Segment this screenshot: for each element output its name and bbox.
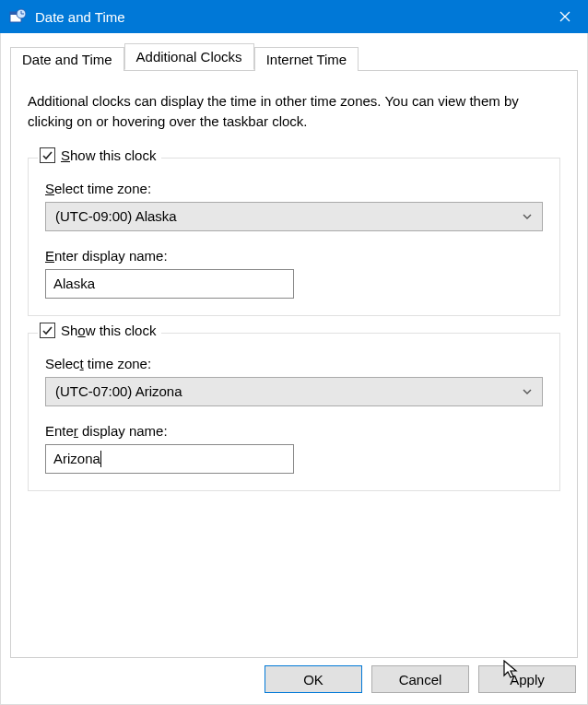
clock2-name-value: Arizona xyxy=(53,451,100,466)
clock1-group: Show this clock Select time zone: (UTC-0… xyxy=(28,158,560,316)
tab-strip: Date and Time Additional Clocks Internet… xyxy=(10,42,578,70)
clock2-show-checkbox[interactable] xyxy=(40,323,55,338)
clock2-tz-value: (UTC-07:00) Arizona xyxy=(55,383,182,399)
date-time-icon xyxy=(9,8,26,25)
window-title: Date and Time xyxy=(35,9,542,25)
client-area: Date and Time Additional Clocks Internet… xyxy=(0,33,588,705)
tab-additional-clocks[interactable]: Additional Clocks xyxy=(124,43,254,70)
description-text: Additional clocks can display the time i… xyxy=(28,91,560,132)
text-caret xyxy=(100,451,101,467)
clock2-group: Show this clock Select time zone: (UTC-0… xyxy=(28,333,560,491)
clock2-show-label: Show this clock xyxy=(61,323,156,338)
clock2-name-input[interactable]: Arizona xyxy=(45,444,294,474)
clock1-show-checkbox[interactable] xyxy=(40,147,55,163)
clock1-tz-value: (UTC-09:00) Alaska xyxy=(55,208,177,224)
tab-internet-time[interactable]: Internet Time xyxy=(254,47,359,71)
clock2-tz-label: Select time zone: xyxy=(45,356,543,371)
apply-button[interactable]: Apply xyxy=(478,665,576,693)
clock2-name-label: Enter display name: xyxy=(45,423,543,439)
clock1-name-label: Enter display name: xyxy=(45,248,543,264)
clock1-name-input[interactable]: Alaska xyxy=(45,269,294,299)
clock1-name-value: Alaska xyxy=(53,276,95,291)
chevron-down-icon xyxy=(522,210,533,223)
clock1-show-checkbox-row[interactable]: Show this clock xyxy=(38,147,161,163)
tab-panel-additional-clocks: Additional clocks can display the time i… xyxy=(10,70,578,658)
tab-date-and-time[interactable]: Date and Time xyxy=(10,47,124,71)
chevron-down-icon xyxy=(522,385,533,398)
dialog-button-row: OK Cancel Apply xyxy=(265,665,576,693)
clock2-show-checkbox-row[interactable]: Show this clock xyxy=(38,323,161,338)
close-button[interactable] xyxy=(542,0,588,33)
cancel-button[interactable]: Cancel xyxy=(371,665,469,693)
clock1-tz-label: Select time zone: xyxy=(45,181,543,196)
close-icon xyxy=(559,11,570,22)
check-icon xyxy=(41,324,53,336)
clock1-show-label: Show this clock xyxy=(61,147,156,163)
ok-button[interactable]: OK xyxy=(265,665,362,693)
titlebar: Date and Time xyxy=(0,0,588,33)
clock2-tz-select[interactable]: (UTC-07:00) Arizona xyxy=(45,377,543,406)
check-icon xyxy=(41,149,53,161)
clock1-tz-select[interactable]: (UTC-09:00) Alaska xyxy=(45,202,543,231)
